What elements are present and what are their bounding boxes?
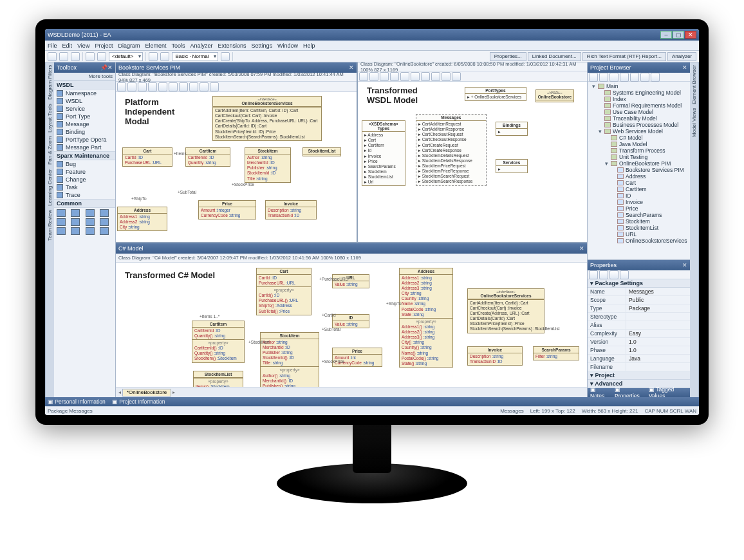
tool-icon[interactable] — [86, 227, 95, 235]
uml-class[interactable]: InvoiceDescription :stringTransactionID … — [467, 346, 523, 366]
tool-icon[interactable] — [100, 209, 109, 217]
toolbar-button[interactable] — [390, 72, 399, 81]
toolbar-button[interactable] — [149, 52, 158, 61]
toolbar-button[interactable] — [97, 52, 106, 61]
dock-tab[interactable]: Model Views — [691, 108, 697, 137]
toolbar-button[interactable] — [620, 270, 629, 279]
uml-class[interactable]: IDValue :string — [332, 314, 369, 328]
toolbar-button[interactable] — [630, 73, 639, 82]
dock-tab[interactable]: Team Review — [47, 210, 53, 241]
uml-class[interactable]: AddressAddress1 :stringAddress2 :stringA… — [399, 268, 453, 368]
property-row[interactable]: Version1.0 — [588, 338, 690, 346]
property-row[interactable]: ScopePublic — [588, 296, 690, 304]
tree-node[interactable]: SearchParams — [609, 212, 689, 218]
tool-icon[interactable] — [71, 218, 80, 226]
tree-node[interactable]: Transform Process — [603, 147, 689, 154]
dock-tab[interactable]: Pan & Zoom — [47, 136, 53, 165]
uml-class[interactable]: «WSDL»OnlineBookstore — [535, 89, 574, 102]
toolbar-button[interactable] — [640, 73, 649, 82]
tool-icon[interactable] — [100, 227, 109, 235]
uml-class[interactable]: SearchParamsFilter :string — [533, 346, 579, 360]
toolbox-header[interactable]: Toolbox 📌 ✕ — [54, 62, 115, 73]
toolbar-button[interactable] — [48, 52, 57, 61]
uml-class[interactable]: CartItemCartItemId :IDQuantity() :string… — [192, 321, 245, 363]
window-minimize-button[interactable]: – — [660, 31, 672, 39]
right-dock-tabs[interactable]: Model ViewsElement Browser — [690, 62, 699, 397]
tree-node[interactable]: Formal Requirements Model — [597, 102, 689, 109]
uml-class[interactable]: CartCartId :IDPurchaseURL :URL — [122, 147, 172, 167]
properties-toolbar[interactable] — [588, 270, 690, 279]
property-row[interactable]: TypePackage — [588, 304, 690, 313]
toolbox-item[interactable]: Trace — [54, 191, 115, 199]
ribbon-tab[interactable]: Rich Text Format (RTF) Report... — [582, 52, 666, 61]
toolbar-button[interactable] — [221, 52, 230, 61]
uml-class[interactable]: Services▸ — [496, 159, 528, 173]
bottom-dock-tabs[interactable]: ▣ Personal Information▣ Project Informat… — [45, 397, 699, 406]
toolbox-item[interactable]: Bug — [54, 160, 115, 168]
toolbar-button[interactable] — [442, 72, 451, 81]
dock-tab[interactable]: Element Browser — [691, 65, 697, 104]
toolbar-button[interactable] — [127, 82, 136, 91]
toolbar-button[interactable] — [589, 270, 598, 279]
menu-tools[interactable]: Tools — [171, 42, 185, 49]
diagram-csharp-header[interactable]: C# Model ✕ — [116, 243, 587, 254]
diagram-wsdl-toolbar[interactable] — [358, 71, 587, 82]
properties-tabs[interactable]: ▣ Notes▣ Properties▣ Tagged Values — [588, 388, 690, 397]
menu-edit[interactable]: Edit — [62, 42, 73, 49]
toolbox-item[interactable]: Message — [54, 120, 115, 128]
uml-class[interactable]: Messages▸ CartAddItemRequest▸ CartAddIte… — [416, 114, 487, 186]
document-tabs[interactable]: ◂ *OnlineBookstore ▸ — [116, 387, 587, 397]
diagram-csharp-canvas[interactable]: Transformed C# Model CartCartId :IDPurch… — [116, 263, 587, 387]
toolbar-button[interactable] — [609, 270, 618, 279]
menu-project[interactable]: Project — [95, 42, 113, 49]
uml-class[interactable]: CartCartId :IDPurchaseURL :URL«property»… — [256, 268, 312, 315]
tree-node[interactable]: Index — [597, 96, 689, 102]
toolbar-button[interactable] — [421, 72, 430, 81]
toolbar-button[interactable] — [380, 72, 389, 81]
toolbar-button[interactable] — [179, 82, 188, 91]
tool-icon[interactable] — [86, 218, 95, 226]
dock-tab[interactable]: Layout Tools — [47, 104, 53, 133]
tree-node[interactable]: Traceability Model — [597, 115, 689, 122]
uml-class[interactable]: PriceAmount :intCurrencyCode :string — [332, 348, 382, 367]
ribbon-tabs[interactable]: Properties...Linked Document...Rich Text… — [490, 52, 696, 61]
uml-class[interactable]: InvoiceDescription :stringTransactionId … — [265, 200, 317, 219]
toolbar-button[interactable] — [599, 270, 608, 279]
uml-class[interactable]: StockItemList«property»Items() :StockIte… — [193, 371, 243, 387]
toolbar-button[interactable] — [589, 73, 598, 82]
toolbar-button[interactable] — [200, 82, 209, 91]
toolbox-item[interactable]: Binding — [54, 128, 115, 136]
tool-icon[interactable] — [57, 227, 66, 235]
tree-node[interactable]: Unit Testing — [603, 154, 689, 160]
uml-class[interactable]: «XSDSchema» Types▸ Address▸ Cart▸ CartIt… — [362, 120, 405, 186]
tree-node[interactable]: CartItem — [609, 186, 689, 192]
toolbox-item[interactable]: Namespace — [54, 89, 115, 97]
tree-node[interactable]: ▾Web Services Model — [597, 128, 689, 135]
project-browser-toolbar[interactable] — [588, 73, 690, 82]
toolbar-button[interactable] — [158, 82, 167, 91]
toolbar-button[interactable] — [599, 73, 608, 82]
toolbar-button[interactable] — [86, 52, 95, 61]
ribbon-tab[interactable]: Properties... — [490, 52, 526, 61]
project-browser-tree[interactable]: ▾MainSystems Engineering ModelIndexForma… — [588, 82, 690, 259]
menu-settings[interactable]: Settings — [252, 42, 273, 49]
tree-node[interactable]: Use Case Model — [597, 109, 689, 115]
document-tab[interactable]: *OnlineBookstore — [122, 389, 171, 397]
toolbar-button[interactable] — [359, 72, 368, 81]
toolbox-item[interactable]: Change — [54, 176, 115, 183]
project-browser-header[interactable]: Project Browser ✕ — [588, 62, 690, 73]
tool-icon[interactable] — [86, 209, 95, 217]
toolbox-section[interactable]: WSDL — [54, 80, 115, 89]
toolbar-button[interactable] — [148, 82, 157, 91]
toolbox-item[interactable]: Task — [54, 183, 115, 191]
toolbox-section[interactable]: Sparx Maintenance — [54, 151, 115, 160]
tree-node[interactable]: Cart — [609, 180, 689, 186]
tree-node[interactable]: C# Model — [603, 135, 689, 141]
diagram-csharp[interactable]: C# Model ✕ Class Diagram: "C# Model" cre… — [116, 243, 587, 387]
close-icon[interactable]: ✕ — [682, 262, 687, 268]
menu-element[interactable]: Element — [145, 42, 166, 49]
toolbox-item[interactable]: Service — [54, 105, 115, 113]
tree-twisty-icon[interactable]: ▾ — [604, 160, 609, 167]
toolbar-button[interactable] — [411, 72, 420, 81]
tool-icon[interactable] — [100, 218, 109, 226]
